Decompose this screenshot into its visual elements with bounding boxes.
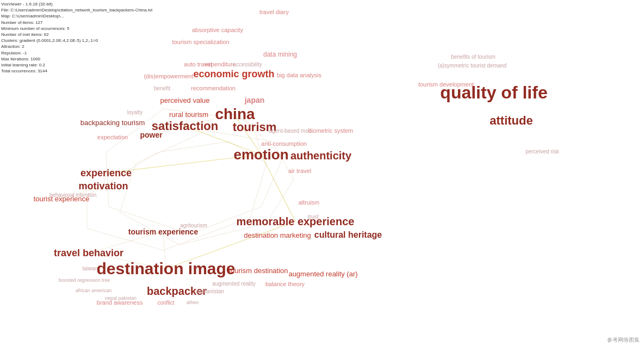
- word-air-travel: air travel: [288, 168, 311, 174]
- word-travel-diary: travel diary: [259, 9, 289, 15]
- word-boosted-regression-tree: boosted regression tree: [59, 277, 110, 283]
- svg-line-17: [261, 155, 295, 221]
- word-absorptive-capacity: absorptive capacity: [192, 27, 243, 33]
- word-experience: experience: [81, 168, 132, 179]
- word-brand-awareness: brand awareness: [97, 299, 143, 306]
- word-tourism-destination: tourism destination: [228, 267, 288, 275]
- info-panel: VosViewer - 1.6.18 (32-bit) File: C:\Use…: [1, 1, 152, 74]
- info-line: Number of items: 127: [1, 20, 152, 26]
- word-conflict: conflict: [157, 300, 174, 306]
- word-destination-image: destination image: [96, 260, 235, 278]
- info-line: Total occurrences: 3144: [1, 68, 152, 74]
- word-taiwan: taiwan: [83, 265, 98, 271]
- word-big-data-analysis: big data analysis: [277, 72, 321, 78]
- word-motivation: motivation: [78, 181, 128, 192]
- word-recommendation: recommendation: [191, 85, 236, 91]
- word-altruism: altruism: [299, 199, 320, 206]
- word-augmented-reality-ar: augmented reality (ar): [288, 270, 357, 278]
- word-attitude: attitude: [490, 114, 532, 128]
- word-benefits-of-tourism: benefits of tourism: [451, 54, 496, 60]
- word-expenditure: expenditure: [205, 61, 236, 67]
- word-athen: athen: [187, 300, 199, 305]
- word-balance-theory: balance theory: [265, 281, 305, 287]
- word-cultural-heritage: cultural heritage: [314, 230, 382, 240]
- word-rural-tourism: rural tourism: [169, 110, 208, 119]
- info-line: Attraction: 2: [1, 44, 152, 50]
- word-afghanistan: afghanistan: [196, 288, 224, 294]
- word-expectation: expectation: [97, 134, 128, 140]
- info-line: Initial learning rate: 0.2: [1, 62, 152, 68]
- info-line: File: C:\Users\admin\Desktop\citation_ne…: [1, 7, 152, 13]
- word-power: power: [140, 131, 162, 139]
- word-tourism-specialization: tourism specialization: [172, 39, 229, 45]
- info-line: VosViewer - 1.6.18 (32-bit): [1, 1, 152, 7]
- word-asymmetric-tourist-demand: (a)symmetric tourist demand: [438, 63, 507, 69]
- word-augmented-reality: augmented reality: [212, 281, 256, 287]
- info-line: Minimum number of occurrences: 5: [1, 26, 152, 32]
- info-line: Number of met items: 62: [1, 32, 152, 38]
- word-japan: japan: [245, 96, 265, 104]
- info-line: Map: C:\Users\admin\Desktop\...: [1, 13, 152, 19]
- word-benefit: benefit: [154, 85, 170, 91]
- word-emotion: emotion: [233, 146, 288, 163]
- word-agent-based-mod: agent-based mod.: [269, 128, 313, 134]
- watermark: 参考网络图集: [607, 336, 640, 344]
- word-tourism-experience: tourism experience: [128, 227, 198, 236]
- word-data-mining: data mining: [263, 51, 297, 58]
- word-loyalty: loyalty: [127, 109, 143, 115]
- word-tourist-experience: tourist experience: [34, 195, 90, 203]
- word-perceived-value: perceived value: [160, 96, 209, 104]
- info-line: Clusters: gradient (0.0001,2.0E-4,2.0E-5…: [1, 38, 152, 44]
- word-african-american: african american: [76, 288, 112, 293]
- info-line: Max iterations: 1000: [1, 56, 152, 62]
- word-destination-marketing: destination marketing: [244, 231, 311, 239]
- word-economic-growth: economic growth: [193, 69, 274, 80]
- word-perceived-risk: perceived risk: [525, 149, 559, 155]
- word-quality-of-life: quality of life: [440, 83, 547, 103]
- word-travel-behavior: travel behavior: [54, 248, 123, 259]
- word-accessibility: accessibility: [233, 61, 262, 67]
- word-biometric-system: biometric system: [308, 127, 354, 134]
- info-line: Repulsion: -1: [1, 50, 152, 56]
- word-authenticity: authenticity: [290, 150, 351, 162]
- word-backpacking-tourism: backpacking tourism: [81, 119, 145, 127]
- word-memorable-experience: memorable experience: [237, 215, 355, 228]
